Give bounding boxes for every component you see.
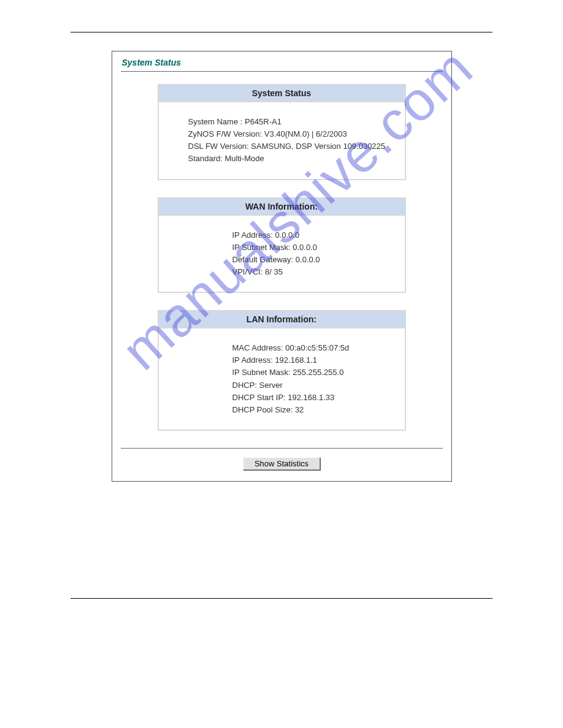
lan-dhcp-pool-label: DHCP Pool Size: [232, 405, 293, 414]
lan-dhcp-start-value: 192.168.1.33 [288, 393, 334, 402]
wan-header: WAN Information: [159, 199, 405, 216]
standard-value: Multi-Mode [225, 154, 264, 163]
lan-dhcp-row: DHCP: Server [232, 379, 399, 392]
lan-dhcp-pool-row: DHCP Pool Size: 32 [232, 404, 399, 416]
system-status-panel: System Status System Name : P645R-A1 ZyN… [158, 84, 406, 180]
wan-vpivci-row: VPI/VCI: 8/ 35 [232, 266, 399, 278]
system-name-row: System Name : P645R-A1 [188, 116, 399, 128]
lan-dhcp-start-label: DHCP Start IP: [232, 393, 286, 402]
wan-ip-label: IP Address: [232, 230, 273, 240]
lan-dhcp-pool-value: 32 [295, 405, 304, 414]
system-name-value: P645R-A1 [245, 117, 282, 126]
wan-gw-row: Default Gateway: 0.0.0.0 [232, 254, 399, 266]
wan-gw-value: 0.0.0.0 [296, 255, 320, 264]
lan-mask-row: IP Subnet Mask: 255.255.255.0 [232, 366, 399, 379]
bottom-divider [121, 448, 443, 449]
wan-vpivci-value: 8/ 35 [265, 267, 283, 276]
wan-mask-label: IP Subnet Mask: [232, 243, 291, 252]
dsl-fw-label: DSL FW Version: [188, 142, 249, 151]
page-bottom-rule [71, 598, 492, 599]
lan-ip-value: 192.168.1.1 [275, 355, 317, 365]
system-status-header: System Status [159, 85, 405, 102]
dsl-fw-row: DSL FW Version: SAMSUNG, DSP Version 109… [188, 140, 399, 153]
lan-mask-label: IP Subnet Mask: [232, 368, 291, 377]
wan-panel: WAN Information: IP Address: 0.0.0.0 IP … [158, 197, 406, 294]
lan-body: MAC Address: 00:a0:c5:55:07:5d IP Addres… [159, 328, 405, 430]
system-name-label: System Name : [188, 117, 243, 126]
lan-mask-value: 255.255.255.0 [293, 368, 343, 377]
wan-mask-value: 0.0.0.0 [293, 243, 317, 252]
wan-ip-value: 0.0.0.0 [275, 230, 299, 240]
lan-mac-label: MAC Address: [232, 343, 283, 352]
title-divider [121, 71, 443, 72]
page-top-rule [71, 32, 492, 32]
wan-vpivci-label: VPI/VCI: [232, 267, 263, 276]
lan-ip-row: IP Address: 192.168.1.1 [232, 354, 399, 366]
lan-header: LAN Information: [159, 311, 405, 328]
zynos-fw-value: V3.40(NM.0) | 6/2/2003 [264, 129, 347, 138]
show-statistics-button[interactable]: Show Statistics [243, 457, 320, 470]
lan-mac-row: MAC Address: 00:a0:c5:55:07:5d [232, 342, 399, 354]
lan-panel-wrap: LAN Information: MAC Address: 00:a0:c5:5… [158, 310, 406, 431]
page-title: System Status [121, 58, 443, 71]
system-status-panel-wrap: System Status System Name : P645R-A1 ZyN… [158, 84, 406, 180]
standard-label: Standard: [188, 154, 223, 163]
lan-dhcp-start-row: DHCP Start IP: 192.168.1.33 [232, 392, 399, 404]
wan-body: IP Address: 0.0.0.0 IP Subnet Mask: 0.0.… [159, 216, 405, 292]
wan-ip-row: IP Address: 0.0.0.0 [232, 229, 399, 241]
dsl-fw-value: SAMSUNG, DSP Version 109.030225 [251, 142, 385, 151]
wan-mask-row: IP Subnet Mask: 0.0.0.0 [232, 241, 399, 254]
lan-dhcp-label: DHCP: [232, 381, 257, 390]
system-status-body: System Name : P645R-A1 ZyNOS F/W Version… [159, 102, 405, 179]
status-frame: System Status System Status System Name … [112, 51, 452, 482]
zynos-fw-label: ZyNOS F/W Version: [188, 129, 262, 138]
lan-dhcp-value: Server [259, 381, 283, 390]
lan-panel: LAN Information: MAC Address: 00:a0:c5:5… [158, 310, 406, 431]
lan-mac-value: 00:a0:c5:55:07:5d [285, 343, 349, 352]
button-row: Show Statistics [121, 457, 443, 470]
zynos-fw-row: ZyNOS F/W Version: V3.40(NM.0) | 6/2/200… [188, 128, 399, 140]
wan-gw-label: Default Gateway: [232, 255, 294, 264]
wan-panel-wrap: WAN Information: IP Address: 0.0.0.0 IP … [158, 197, 406, 294]
lan-ip-label: IP Address: [232, 355, 273, 365]
standard-row: Standard: Multi-Mode [188, 153, 399, 165]
